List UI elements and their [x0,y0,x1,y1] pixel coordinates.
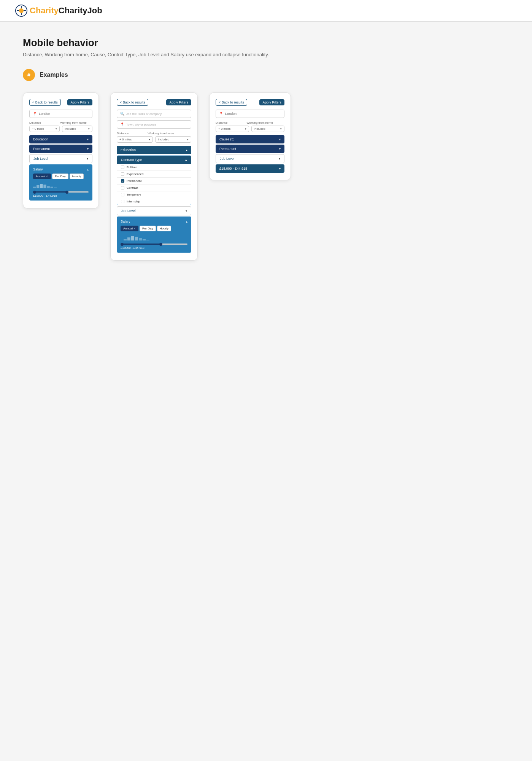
mockup1-hourly-tab[interactable]: Hourly [70,174,84,179]
mockup1-back-button[interactable]: < Back to results [29,99,61,106]
page-subtitle: Distance, Working from home, Cause, Cont… [23,52,509,57]
mockup2-checkbox-temporary[interactable] [121,193,124,196]
mockup3-joblevel-filter[interactable]: Job Level ▾ [216,154,284,163]
mockup2-hourly-label: Hourly [160,227,168,230]
mockup2-wfh-select[interactable]: Included ▾ [155,136,191,143]
mockup2-slider-fill [121,244,161,245]
mockup3-distance-select[interactable]: + 0 miles ▾ [216,126,249,132]
mockup2-contract-header[interactable]: Contract Type ▴ [117,156,191,164]
svg-rect-11 [131,236,134,240]
chevron-up-icon: ▴ [185,158,187,162]
mockup1-row-labels: Distance Working from home [29,121,92,124]
mockup1-wfh-select[interactable]: Included ▾ [62,126,92,132]
chevron-down-icon: ▾ [149,138,150,141]
section-badge: # [23,69,35,81]
mockup-2: < Back to results Apply Filters 🔍 Job ti… [110,92,198,261]
mockup2-back-button[interactable]: < Back to results [117,99,148,106]
svg-rect-12 [135,237,138,240]
mockup1-location-bar[interactable]: 📍 London [29,110,92,118]
svg-point-1 [19,8,24,13]
location-icon: 📍 [120,123,124,126]
mockup1-slider-thumb-right[interactable] [65,191,68,194]
chevron-up-icon: ▴ [186,220,187,223]
mockup2-salary-label: Salary [121,220,130,223]
mockup2-distance-value: + 0 miles [119,138,132,141]
mockup2-top-bar: < Back to results Apply Filters [117,99,191,106]
mockup1-apply-button[interactable]: Apply Filters [67,99,92,105]
mockup1-histogram [33,182,89,188]
mockup1-perday-tab[interactable]: Per Day [52,174,68,179]
mockup2-joblevel-filter[interactable]: Job Level ▾ [117,206,191,215]
mockup2-wfh-label: Working from home [148,132,174,135]
svg-rect-5 [43,185,46,188]
mockup3-row-labels: Distance Working from home [216,121,284,124]
mockup2-contract-section: Contract Type ▴ Fulltime Experienced ✓ P… [117,155,191,205]
svg-rect-2 [33,187,36,188]
mockup2-salary-tabs: Annual ✓ Per Day Hourly [121,226,187,231]
mockup1-permanent-filter[interactable]: Permanent ▾ [29,145,92,153]
chevron-down-icon: ▾ [279,157,280,161]
mockup3-cause-filter[interactable]: Cause (5) ▾ [216,135,284,143]
chevron-down-icon: ▾ [87,138,89,141]
mockup3-back-button[interactable]: < Back to results [216,99,247,106]
mockup1-distance-value: + 0 miles [32,127,44,131]
mockup3-row-inputs: + 0 miles ▾ Included ▾ [216,126,284,132]
mockup1-distance-select[interactable]: + 0 miles ▾ [29,126,60,132]
mockup3-salary-range-bar[interactable]: £18,000 - £44,918 ▾ [216,164,284,173]
location-icon: 📍 [33,112,37,116]
svg-rect-4 [40,184,43,188]
mockup1-annual-tab[interactable]: Annual ✓ [33,174,51,179]
chevron-down-icon: ▾ [56,127,57,131]
mockup1-joblevel-filter[interactable]: Job Level ▾ [29,154,92,163]
chevron-up-icon: ▴ [87,168,89,171]
mockup2-education-filter[interactable]: Education ▴ [117,146,191,154]
mockup2-perday-label: Per Day [142,227,153,230]
mockup2-apply-button[interactable]: Apply Filters [166,99,191,105]
chevron-down-icon: ▾ [87,157,88,161]
mockup2-item-fulltime[interactable]: Fulltime [117,164,191,171]
mockup2-checkbox-experienced[interactable] [121,172,124,176]
svg-rect-15 [146,240,149,240]
mockup3-wfh-select[interactable]: Included ▾ [251,126,285,132]
logo-text-colored: Charity [30,6,59,15]
mockup3-apply-button[interactable]: Apply Filters [259,99,284,105]
mockup3-distance-label: Distance [216,121,227,124]
mockup2-item-internship[interactable]: Internship [117,198,191,205]
mockup2-search-bar[interactable]: 🔍 Job title, skills or company [117,110,191,118]
mockup2-row-labels: Distance Working from home [117,132,191,135]
mockup2-checkbox-permanent[interactable]: ✓ [121,179,124,183]
mockup1-permanent-label: Permanent [33,147,50,151]
mockup2-row-inputs: + 0 miles ▾ Included ▾ [117,136,191,143]
chevron-down-icon: ▾ [186,209,187,213]
mockup2-perday-tab[interactable]: Per Day [140,226,156,231]
mockup2-item-experienced[interactable]: Experienced [117,171,191,178]
svg-rect-9 [124,239,127,240]
mockup2-annual-tab[interactable]: Annual ✓ [121,226,138,231]
mockup3-permanent-filter[interactable]: Permanent ▾ [216,145,284,153]
chevron-down-icon: ▾ [279,147,281,151]
mockup2-experienced-label: Experienced [127,172,143,176]
mockup1-education-filter[interactable]: Education ▾ [29,135,92,143]
mockup2-checkbox-fulltime[interactable] [121,166,124,169]
svg-rect-3 [37,185,39,188]
svg-rect-7 [51,187,53,188]
main-content: Mobile behavior Distance, Working from h… [0,22,532,276]
mockup2-item-permanent[interactable]: ✓ Permanent [117,178,191,185]
mockup2-location-bar[interactable]: 📍 Town, city or postcode [117,120,191,129]
mockup1-slider-thumb-left[interactable] [33,191,36,194]
mockup2-slider-thumb-left[interactable] [121,243,124,246]
mockup2-item-contract[interactable]: Contract [117,185,191,191]
mockup1-hourly-label: Hourly [72,175,81,178]
mockup2-checkbox-internship[interactable] [121,200,124,203]
mockup2-hourly-tab[interactable]: Hourly [157,226,171,231]
mockup3-location-bar[interactable]: 📍 London [216,110,284,118]
svg-rect-8 [54,187,57,188]
mockup2-item-temporary[interactable]: Temporary [117,191,191,198]
mockup2-distance-select[interactable]: + 0 miles ▾ [117,136,153,143]
check-icon: ✓ [46,175,48,178]
mockup2-internship-label: Internship [127,200,140,203]
mockup2-slider-thumb-right[interactable] [159,243,162,246]
logo[interactable]: CharityCharityJob [15,5,517,17]
mockup2-wfh-value: Included [158,138,169,141]
mockup2-checkbox-contract[interactable] [121,186,124,189]
